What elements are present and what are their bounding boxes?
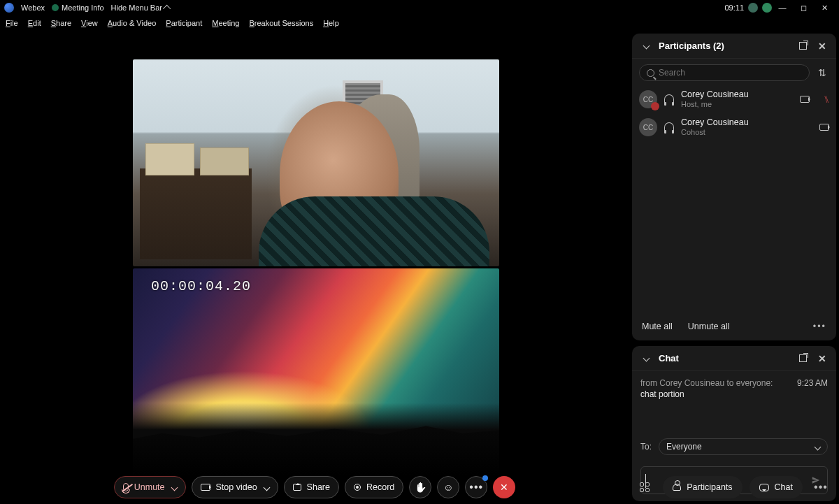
unmute-label: Unmute: [134, 482, 165, 492]
more-icon: •••: [469, 481, 483, 494]
headphones-icon: [664, 94, 674, 104]
stop-video-button[interactable]: Stop video: [192, 476, 278, 498]
raise-hand-button[interactable]: ✋: [409, 476, 431, 498]
mic-muted-icon: [123, 483, 129, 491]
apps-button[interactable]: [633, 476, 656, 498]
meeting-info-button[interactable]: Meeting Info: [52, 3, 104, 12]
chat-to-value: Everyone: [666, 442, 702, 452]
participants-search-field[interactable]: [659, 68, 802, 78]
participants-title: Participants (2): [659, 41, 724, 51]
share-label: Share: [307, 482, 330, 492]
apps-icon: [640, 482, 650, 492]
participant-role: Host, me: [681, 100, 793, 109]
chat-to-select[interactable]: Everyone: [659, 438, 828, 455]
menu-help[interactable]: Help: [323, 19, 339, 27]
camera-icon[interactable]: [800, 96, 810, 103]
participant-name: Corey Cousineau: [681, 89, 793, 100]
chat-collapse-button[interactable]: [639, 352, 653, 366]
popout-icon: [799, 354, 807, 362]
popout-icon: [799, 42, 807, 50]
smile-icon: ☺: [443, 482, 453, 493]
title-bar: Webex Meeting Info Hide Menu Bar 09:11 —…: [0, 0, 839, 15]
info-dot-icon: [52, 4, 59, 11]
participant-row[interactable]: CC Corey Cousineau Cohost: [639, 113, 829, 141]
search-icon: [647, 69, 654, 77]
more-options-button[interactable]: •••: [465, 476, 487, 498]
chat-title: Chat: [659, 353, 679, 363]
video-stage: 00:00:04.20: [0, 31, 632, 504]
menu-meeting[interactable]: Meeting: [212, 19, 239, 27]
more-icon: •••: [814, 481, 828, 494]
end-meeting-button[interactable]: ✕: [493, 476, 515, 498]
hand-icon: ✋: [415, 482, 426, 493]
chevron-down-icon: [643, 355, 650, 362]
camera-icon: [201, 484, 210, 491]
video-tile-cohost[interactable]: 00:00:04.20: [133, 268, 499, 475]
chat-toggle-button[interactable]: Chat: [750, 476, 803, 498]
share-button[interactable]: Share: [284, 476, 339, 498]
chat-message-header: from Corey Cousineau to everyone: 9:23 A…: [640, 378, 828, 388]
participants-toggle-button[interactable]: Participants: [663, 476, 742, 498]
panel-options-button[interactable]: •••: [810, 476, 832, 498]
participants-close-button[interactable]: ✕: [815, 39, 829, 53]
participants-panel: Participants (2) ✕ ⇅ CC: [632, 34, 836, 340]
chat-close-button[interactable]: ✕: [815, 352, 829, 366]
record-icon: [354, 484, 361, 491]
chevron-down-icon: [815, 443, 822, 450]
participants-collapse-button[interactable]: [639, 39, 653, 53]
participant-name: Corey Cousineau: [681, 117, 812, 128]
participants-sort-button[interactable]: ⇅: [815, 66, 829, 80]
chat-popout-button[interactable]: [796, 352, 810, 366]
menu-share[interactable]: Share: [51, 19, 71, 27]
close-icon: ✕: [500, 482, 508, 493]
bottom-right-bar: Participants Chat •••: [633, 476, 832, 498]
avatar-muted-badge-icon: [651, 102, 659, 110]
webex-logo-icon: [4, 3, 14, 13]
mute-all-button[interactable]: Mute all: [642, 322, 673, 331]
chat-icon: [759, 484, 769, 491]
menu-audio-video[interactable]: Audio & Video: [108, 19, 157, 27]
chevron-down-icon: [263, 484, 270, 491]
meeting-clock: 09:11: [724, 3, 744, 12]
chevron-up-icon: [163, 5, 171, 13]
participants-pill-label: Participants: [687, 482, 732, 492]
participant-row[interactable]: CC Corey Cousineau Host, me ⑊: [639, 85, 829, 113]
menu-file[interactable]: File: [6, 19, 18, 27]
participant-role: Cohost: [681, 128, 812, 137]
participants-more-button[interactable]: •••: [813, 322, 826, 331]
hide-menu-bar-button[interactable]: Hide Menu Bar: [111, 3, 171, 12]
chat-message-text: chat portion: [640, 389, 828, 399]
video-tile-self[interactable]: [133, 59, 499, 266]
status-badge-1-icon: [748, 3, 758, 13]
window-maximize-button[interactable]: ◻: [793, 3, 814, 13]
chat-from-line: from Corey Cousineau to everyone:: [640, 378, 773, 388]
record-label: Record: [366, 482, 394, 492]
menu-participant[interactable]: Participant: [166, 19, 202, 27]
menu-edit[interactable]: Edit: [28, 19, 41, 27]
unmute-all-button[interactable]: Unmute all: [688, 322, 730, 331]
share-icon: [293, 484, 301, 491]
mic-muted-icon[interactable]: ⑊: [824, 94, 829, 105]
stop-video-label: Stop video: [216, 482, 257, 492]
avatar: CC: [639, 90, 657, 108]
participants-list: CC Corey Cousineau Host, me ⑊ CC C: [639, 85, 829, 141]
unmute-button[interactable]: Unmute: [114, 476, 186, 498]
timecode-overlay: 00:00:04.20: [151, 278, 251, 294]
participants-popout-button[interactable]: [796, 39, 810, 53]
meeting-info-label: Meeting Info: [62, 3, 104, 12]
avatar: CC: [639, 118, 657, 136]
chat-timestamp: 9:23 AM: [797, 378, 828, 388]
menu-breakout[interactable]: Breakout Sessions: [249, 19, 313, 27]
camera-icon[interactable]: [819, 124, 829, 131]
chevron-down-icon: [171, 484, 178, 491]
chevron-down-icon: [643, 43, 650, 50]
chat-to-label: To:: [640, 442, 652, 452]
window-minimize-button[interactable]: —: [772, 3, 793, 12]
participants-search-input[interactable]: [639, 64, 810, 81]
app-name: Webex: [21, 3, 45, 12]
window-close-button[interactable]: ✕: [814, 3, 835, 13]
menu-view[interactable]: View: [81, 19, 98, 27]
reactions-button[interactable]: ☺: [437, 476, 459, 498]
menu-bar: File Edit Share View Audio & Video Parti…: [0, 15, 839, 31]
record-button[interactable]: Record: [345, 476, 403, 498]
